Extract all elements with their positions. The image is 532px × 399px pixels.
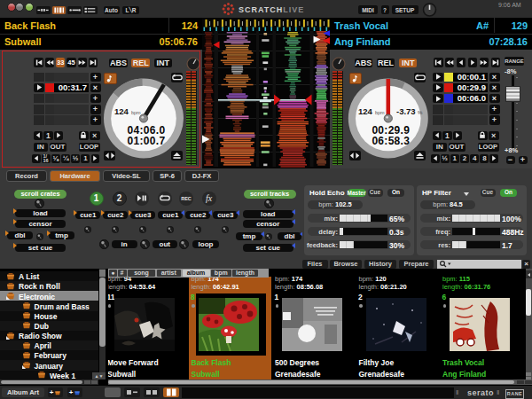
- svg-text:bpm: bpm: [131, 110, 141, 115]
- svg-text:124: 124: [358, 106, 373, 116]
- svg-text:-3.73: -3.73: [396, 106, 416, 116]
- svg-text:06:58.3: 06:58.3: [372, 135, 410, 147]
- svg-text:%: %: [418, 110, 423, 115]
- svg-text:124: 124: [114, 106, 129, 116]
- svg-text:bpm: bpm: [375, 110, 385, 115]
- svg-text:01:00.7: 01:00.7: [128, 135, 166, 147]
